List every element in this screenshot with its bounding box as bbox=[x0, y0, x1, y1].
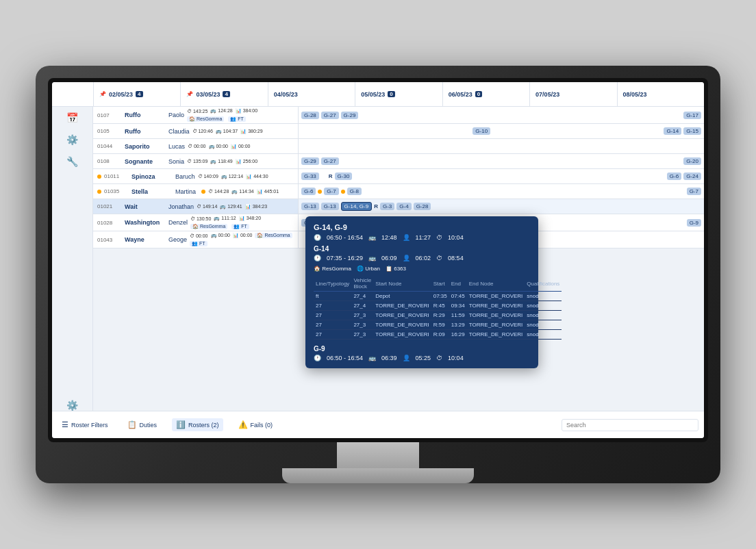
timeline-cells-0108: G-29 G-27 G-20 bbox=[299, 154, 704, 168]
duty-block[interactable]: G-15 bbox=[683, 127, 701, 135]
duty-block[interactable]: G-17 bbox=[683, 112, 701, 119]
emp-lastname: Paolo bbox=[168, 112, 184, 118]
fails-button[interactable]: ⚠️ Fails (0) bbox=[234, 418, 277, 431]
date-label-7: 08/05/23 bbox=[623, 91, 647, 98]
duty-block[interactable]: G-27 bbox=[321, 112, 339, 119]
cell-block: 27_4 bbox=[351, 292, 373, 301]
cell-endnode: TORRE_DE_ROVERI bbox=[467, 320, 525, 330]
date-col-4: 05/05/23 0 bbox=[355, 82, 442, 106]
emp-info-0108: 0108 Sognante Sonia ⏱ 135:09 🚌 118:49 📊 … bbox=[93, 154, 299, 168]
popup-s1-time2: ⏱ bbox=[436, 255, 442, 261]
duty-block[interactable]: G-10 bbox=[473, 127, 490, 135]
duty-block[interactable]: G-7 bbox=[687, 188, 701, 195]
duty-block[interactable]: G-8 bbox=[347, 188, 362, 195]
popup-tag1: 🏠 ResGomma bbox=[314, 266, 351, 272]
emp-info-01043: 01043 Wayne Geoge ⏱ 00:00 🚌 00:00 📊 00:0… bbox=[93, 231, 299, 248]
r-marker: R bbox=[374, 203, 378, 209]
col-qual: Qualifications bbox=[525, 276, 562, 292]
emp-stats: ⏱ 149:14 🚌 129:41 📊 384:23 bbox=[197, 204, 267, 209]
duty-block[interactable]: G-29 bbox=[301, 157, 319, 165]
cell-block: 27_3 bbox=[351, 330, 373, 340]
duty-block[interactable]: G-33 bbox=[301, 173, 319, 180]
cell-endnode: TORRE_DE_ROVERI bbox=[467, 301, 525, 311]
col-endnode: End Node bbox=[467, 276, 525, 292]
duty-block-selected[interactable]: G-14, G-9 bbox=[341, 202, 373, 211]
roster-filters-button[interactable]: ☰ Roster Filters bbox=[58, 418, 112, 431]
col-start: Start bbox=[431, 276, 449, 292]
duty-block[interactable]: G-29 bbox=[341, 112, 359, 119]
settings2-icon[interactable]: ⚙️ bbox=[66, 400, 78, 411]
stat-bus: 🚌 00:00 bbox=[211, 233, 230, 238]
emp-lastname: Sonia bbox=[168, 158, 184, 165]
duty-block[interactable]: G-13 bbox=[301, 203, 319, 210]
date-badge-1: 4 bbox=[136, 91, 142, 97]
date-col-6: 07/05/23 bbox=[529, 82, 616, 106]
duty-block[interactable]: G-6 bbox=[667, 173, 681, 180]
table-row: 01011 Spinoza Baruch ⏱ 140:09 🚌 122:14 📊… bbox=[93, 169, 704, 184]
cell-start: R:09 bbox=[431, 330, 449, 340]
cell-line: 27 bbox=[314, 301, 351, 311]
duty-block[interactable]: G-7 bbox=[324, 188, 338, 195]
timeline-cells-0107: G-28 G-27 G-29 G-17 bbox=[299, 107, 704, 123]
emp-stats: ⏱ 130:50 🚌 111:12 📊 348:20 🏠 ResGomma 👥 … bbox=[190, 216, 294, 229]
cell-startnode: TORRE_DE_ROVERI bbox=[373, 311, 431, 320]
emp-lastname: Geoge bbox=[168, 236, 187, 243]
stat-time: ⏱ 130:50 bbox=[190, 216, 211, 221]
timeline-cells-01035: G-6 G-7 G-8 G-7 bbox=[299, 184, 704, 199]
emp-id: 01044 bbox=[97, 143, 122, 149]
stat-num: 📊 384:00 bbox=[236, 108, 257, 114]
col-line: Line/Typology bbox=[314, 276, 351, 292]
stat-bus: 🚌 122:14 bbox=[221, 174, 243, 179]
popup-s1-clock: 🕐 bbox=[314, 255, 321, 261]
popup-section1-meta: 🏠 ResGomma 🌐 Urban 📋 6363 bbox=[314, 266, 530, 272]
table-row: ft 27_4 Depot 07:35 07:45 TORRE_DE_ROVER… bbox=[314, 292, 562, 301]
duty-block[interactable]: G-20 bbox=[683, 157, 701, 165]
duty-popup: G-14, G-9 🕐 06:50 - 16:54 🚌 12:48 👤 11:2… bbox=[305, 216, 538, 368]
cell-end: 13:29 bbox=[449, 320, 467, 330]
date-label-4: 05/05/23 bbox=[361, 91, 385, 98]
duty-block[interactable]: G-13 bbox=[321, 203, 339, 210]
cell-block: 27_4 bbox=[351, 301, 373, 311]
emp-firstname: Stella bbox=[131, 188, 173, 195]
popup-s1-bus: 🚌 bbox=[368, 255, 376, 261]
orange-dot bbox=[97, 190, 101, 194]
date-badge-2: 4 bbox=[223, 91, 229, 97]
calendar-icon[interactable]: 📅 bbox=[66, 112, 78, 123]
rosters-button[interactable]: ℹ️ Rosters (2) bbox=[172, 418, 223, 431]
warning-icon: ⚠️ bbox=[238, 420, 248, 429]
popup-s1-v2: 06:02 bbox=[416, 255, 431, 261]
timeline-cells-01011: G-33 R G-30 G-6 G-24 bbox=[299, 169, 704, 183]
duty-block[interactable]: G-3 bbox=[380, 203, 394, 210]
popup-table: Line/Typology Vehicle Block Start Node S… bbox=[314, 276, 562, 340]
popup-section2-time: 🕐 06:50 - 16:54 🚌 06:39 👤 05:25 ⏱ 10:04 bbox=[314, 355, 530, 361]
emp-info-01028: 01028 Washington Denzel ⏱ 130:50 🚌 111:1… bbox=[93, 214, 299, 231]
duty-block[interactable]: G-6 bbox=[301, 188, 316, 195]
duties-button[interactable]: 📋 Duties bbox=[123, 418, 162, 431]
duty-block[interactable]: G-4 bbox=[396, 203, 411, 210]
emp-lastname: Baruch bbox=[175, 173, 195, 180]
settings-icon[interactable]: ⚙️ bbox=[66, 134, 78, 145]
duty-block[interactable]: G-28 bbox=[301, 112, 319, 119]
date-label-6: 07/05/23 bbox=[536, 91, 559, 98]
search-input[interactable] bbox=[562, 419, 698, 431]
duty-block[interactable]: G-9 bbox=[687, 219, 701, 227]
duty-block[interactable]: G-14 bbox=[664, 127, 681, 135]
duty-block[interactable]: G-28 bbox=[414, 203, 431, 210]
emp-tag: 🏠 ResGomma bbox=[190, 224, 227, 229]
cell-endnode: TORRE_DE_ROVERI bbox=[467, 292, 525, 301]
tools-icon[interactable]: 🔧 bbox=[66, 156, 78, 167]
stat-bus: 🚌 114:34 bbox=[231, 189, 253, 194]
roster-filters-label: Roster Filters bbox=[71, 422, 108, 429]
emp-lastname: Denzel bbox=[168, 219, 188, 226]
duty-block[interactable]: G-27 bbox=[321, 157, 339, 165]
timeline-cells-01044 bbox=[299, 139, 704, 153]
date-col-3: 04/05/23 bbox=[268, 82, 355, 106]
duty-block[interactable]: G-24 bbox=[683, 173, 701, 180]
emp-info-0105: 0105 Ruffo Claudia ⏱ 120:46 🚌 104:37 📊 3… bbox=[93, 124, 299, 138]
table-row: 0108 Sognante Sonia ⏱ 135:09 🚌 118:49 📊 … bbox=[93, 154, 704, 169]
cell-qual: snod bbox=[525, 330, 562, 340]
pin-icon-1: 📌 bbox=[99, 91, 106, 97]
duty-block[interactable]: G-30 bbox=[335, 173, 353, 180]
stat-bus: 🚌 118:49 bbox=[210, 159, 232, 164]
date-col-1: 📌 02/05/23 4 bbox=[93, 82, 180, 106]
